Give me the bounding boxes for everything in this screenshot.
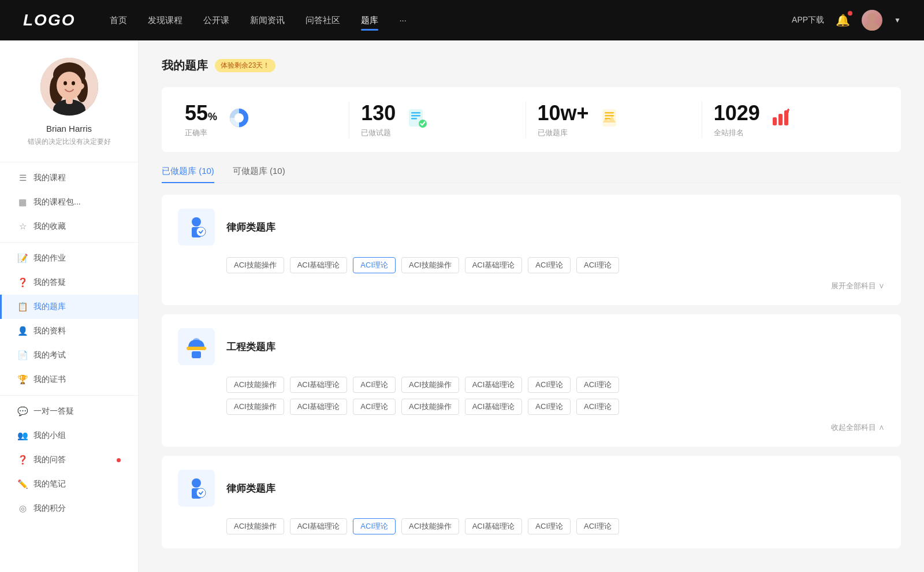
- sidebar-label-course-packages: 我的课程包...: [33, 197, 121, 207]
- stat-done-questions-info: 130 已做试题: [361, 101, 396, 138]
- sidebar-item-homework[interactable]: 📝 我的作业: [0, 246, 138, 270]
- sidebar-label-exam: 我的考试: [33, 350, 121, 361]
- notification-bell[interactable]: 🔔: [836, 13, 850, 27]
- question-icon: ❓: [17, 277, 28, 288]
- law2-tag-6[interactable]: ACI理论: [528, 518, 571, 534]
- user-avatar[interactable]: [862, 10, 882, 31]
- eng-tag-6[interactable]: ACI理论: [528, 377, 571, 393]
- eng-tag-1[interactable]: ACI技能操作: [226, 377, 284, 393]
- svg-point-27: [192, 217, 201, 226]
- eng-tag-8[interactable]: ACI技能操作: [226, 399, 284, 415]
- eng-tag-11[interactable]: ACI技能操作: [401, 399, 459, 415]
- sidebar-item-one-on-one[interactable]: 💬 一对一答疑: [0, 399, 138, 424]
- eng-tag-9[interactable]: ACI基础理论: [290, 399, 348, 415]
- eng-tag-13[interactable]: ACI理论: [528, 399, 571, 415]
- law2-tag-3[interactable]: ACI理论: [353, 518, 396, 534]
- tag-1[interactable]: ACI技能操作: [226, 257, 284, 273]
- tag-3[interactable]: ACI理论: [353, 257, 396, 273]
- stat-accuracy-value: 55%: [185, 101, 217, 125]
- sidebar-item-certificate[interactable]: 🏆 我的证书: [0, 367, 138, 392]
- svg-point-33: [192, 478, 201, 488]
- tag-4[interactable]: ACI技能操作: [401, 257, 459, 273]
- page-header: 我的题库 体验剩余23天！: [162, 58, 901, 73]
- nav-link-home[interactable]: 首页: [110, 13, 127, 28]
- tag-7[interactable]: ACI理论: [576, 257, 619, 273]
- law2-tag-2[interactable]: ACI基础理论: [290, 518, 348, 534]
- eng-tag-14[interactable]: ACI理论: [576, 399, 619, 415]
- qbank-engineer-tags-row2: ACI技能操作 ACI基础理论 ACI理论 ACI技能操作 ACI基础理论 AC…: [226, 399, 885, 415]
- sidebar-item-notes[interactable]: ✏️ 我的笔记: [0, 472, 138, 496]
- nav-link-qbank[interactable]: 题库: [361, 13, 378, 28]
- sidebar-item-profile[interactable]: 👤 我的资料: [0, 319, 138, 343]
- tag-2[interactable]: ACI基础理论: [290, 257, 348, 273]
- svg-rect-21: [605, 115, 614, 117]
- nav-link-open[interactable]: 公开课: [203, 13, 229, 28]
- sidebar-label-favorites: 我的收藏: [33, 221, 121, 232]
- nav-link-discover[interactable]: 发现课程: [148, 13, 182, 28]
- sidebar-label-my-courses: 我的课程: [33, 173, 121, 183]
- sidebar-divider-1: [0, 162, 138, 162]
- collapse-engineer-btn[interactable]: 收起全部科目 ∧: [831, 423, 885, 432]
- tag-5[interactable]: ACI基础理论: [465, 257, 523, 273]
- main-content: 我的题库 体验剩余23天！ 55% 正确率: [139, 40, 924, 572]
- sidebar-item-points[interactable]: ◎ 我的积分: [0, 496, 138, 521]
- svg-point-29: [196, 227, 206, 236]
- sidebar-menu: ☰ 我的课程 ▦ 我的课程包... ☆ 我的收藏 📝 我的作业 ❓ 我的答疑 �: [0, 158, 138, 521]
- course-icon: ☰: [17, 173, 28, 183]
- qbank-lawyer-1-icon: [178, 209, 215, 246]
- sidebar-label-one-on-one: 一对一答疑: [33, 406, 121, 417]
- nav-logo[interactable]: LOGO: [23, 11, 75, 29]
- package-icon: ▦: [17, 197, 28, 207]
- law2-tag-5[interactable]: ACI基础理论: [465, 518, 523, 534]
- stat-rank-value: 1029: [714, 101, 760, 125]
- tab-done-banks[interactable]: 已做题库 (10): [162, 166, 214, 183]
- sidebar-label-qbank: 我的题库: [33, 302, 121, 312]
- sidebar-item-questions[interactable]: ❓ 我的答疑: [0, 270, 138, 295]
- qbank-card-engineer: 工程类题库 ACI技能操作 ACI基础理论 ACI理论 ACI技能操作 ACI基…: [162, 314, 901, 447]
- nav-link-qa[interactable]: 问答社区: [305, 13, 340, 28]
- page-title: 我的题库: [162, 58, 208, 73]
- notes-icon: ✏️: [17, 479, 28, 489]
- bell-icon: 🔔: [836, 14, 850, 27]
- sidebar-item-my-qa[interactable]: ❓ 我的问答: [0, 448, 138, 472]
- eng-tag-10[interactable]: ACI理论: [353, 399, 396, 415]
- sidebar-item-qbank[interactable]: 📋 我的题库: [0, 295, 138, 319]
- sidebar-item-group[interactable]: 👥 我的小组: [0, 424, 138, 448]
- eng-tag-3[interactable]: ACI理论: [353, 377, 396, 393]
- svg-point-8: [72, 81, 75, 86]
- done-questions-icon: [407, 108, 427, 132]
- svg-point-31: [192, 338, 200, 346]
- stat-done-banks: 10w+ 已做题库: [526, 101, 702, 138]
- eng-tag-2[interactable]: ACI基础理论: [290, 377, 348, 393]
- sidebar-item-favorites[interactable]: ☆ 我的收藏: [0, 214, 138, 239]
- sidebar-avatar: [40, 58, 98, 116]
- sidebar-label-certificate: 我的证书: [33, 374, 121, 385]
- sidebar-item-my-courses[interactable]: ☰ 我的课程: [0, 166, 138, 190]
- qbank-lawyer-2-icon: [178, 470, 215, 507]
- law2-tag-1[interactable]: ACI技能操作: [226, 518, 284, 534]
- app-download-button[interactable]: APP下载: [792, 15, 824, 25]
- law2-tag-4[interactable]: ACI技能操作: [401, 518, 459, 534]
- tab-available-banks[interactable]: 可做题库 (10): [233, 166, 285, 183]
- qbank-engineer-icon: [178, 328, 215, 365]
- eng-tag-4[interactable]: ACI技能操作: [401, 377, 459, 393]
- my-qa-icon: ❓: [17, 455, 28, 465]
- nav-link-more[interactable]: ···: [399, 13, 407, 28]
- eng-tag-5[interactable]: ACI基础理论: [465, 377, 523, 393]
- eng-tag-7[interactable]: ACI理论: [576, 377, 619, 393]
- sidebar-item-course-packages[interactable]: ▦ 我的课程包...: [0, 190, 138, 214]
- qbank-engineer-title: 工程类题库: [226, 340, 275, 354]
- chat-icon: 💬: [17, 406, 28, 417]
- user-menu-chevron[interactable]: ▼: [894, 16, 901, 24]
- tag-6[interactable]: ACI理论: [528, 257, 571, 273]
- stat-rank-info: 1029 全站排名: [714, 101, 760, 138]
- sidebar-user-motto: 错误的决定比没有决定要好: [16, 137, 122, 147]
- nav-link-news[interactable]: 新闻资讯: [250, 13, 285, 28]
- sidebar-label-my-qa: 我的问答: [33, 455, 111, 465]
- sidebar-item-exam[interactable]: 📄 我的考试: [0, 343, 138, 367]
- law2-tag-7[interactable]: ACI理论: [576, 518, 619, 534]
- sidebar-divider-2: [0, 242, 138, 243]
- eng-tag-12[interactable]: ACI基础理论: [465, 399, 523, 415]
- expand-lawyer-1-btn[interactable]: 展开全部科目 ∨: [831, 281, 885, 290]
- stat-done-questions: 130 已做试题: [349, 101, 526, 138]
